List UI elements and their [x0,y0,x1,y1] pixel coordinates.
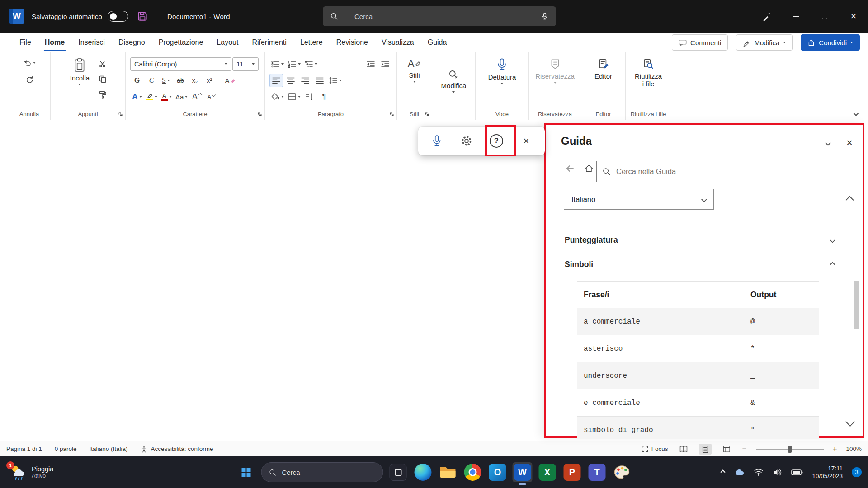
align-center-button[interactable] [284,74,297,87]
superscript-button[interactable]: x² [203,74,216,87]
comments-button[interactable]: Commenti [672,34,728,51]
app-teams[interactable]: T [587,462,607,482]
highlight-color-button[interactable] [145,90,159,103]
text-effects-button[interactable]: A [130,90,144,103]
word-count[interactable]: 0 parole [55,446,77,452]
app-outlook[interactable]: O [488,462,508,482]
zoom-out-button[interactable]: − [742,445,747,454]
tab-file[interactable]: File [13,33,38,52]
shrink-font-button[interactable]: A [204,90,218,103]
shading-button[interactable] [269,90,285,103]
battery-icon[interactable] [791,468,803,477]
tab-home[interactable]: Home [38,33,71,52]
tab-disegno[interactable]: Disegno [112,33,152,52]
italic-button[interactable]: C [145,74,158,87]
zoom-level[interactable]: 100% [846,446,862,452]
dictation-toolbar-mic-button[interactable] [425,130,449,152]
subscript-button[interactable]: x₂ [188,74,202,87]
copy-button[interactable] [96,72,109,86]
styles-button[interactable]: A Stili [404,56,425,84]
sort-button[interactable] [303,90,316,103]
borders-button[interactable] [286,90,302,103]
justify-button[interactable] [313,74,326,87]
pilcrow-button[interactable]: ¶ [317,90,331,103]
align-left-button[interactable] [269,74,283,87]
decrease-indent-button[interactable] [364,57,377,71]
reuse-files-button[interactable]: Riutilizzai file [631,56,665,89]
save-icon[interactable] [137,10,148,22]
dictation-close-button[interactable]: × [514,130,538,152]
weather-widget[interactable]: 1 Pioggia Attivo [5,456,57,488]
page-indicator[interactable]: Pagina 1 di 1 [6,446,42,452]
tab-guida[interactable]: Guida [421,33,454,52]
zoom-in-button[interactable]: + [833,445,837,454]
titlebar-search[interactable]: Cerca [323,6,556,26]
font-size-combo[interactable]: 11 [232,57,259,71]
share-button[interactable]: Condividi [801,34,860,51]
word-app-icon[interactable]: W [9,9,24,24]
increase-indent-button[interactable] [378,57,392,71]
app-paint[interactable] [612,462,632,482]
tab-visualizza[interactable]: Visualizza [375,33,421,52]
app-powerpoint[interactable]: P [562,462,582,482]
back-icon[interactable] [565,164,576,174]
pen-sparkle-icon[interactable] [752,0,781,33]
dictation-settings-button[interactable] [454,130,479,152]
styles-dialog-launcher[interactable] [425,112,429,117]
read-mode-button[interactable] [677,444,690,455]
panel-options-chevron-icon[interactable] [825,140,831,146]
notification-count-badge[interactable]: 3 [852,467,862,477]
app-edge[interactable] [413,462,433,482]
editing-mode-button[interactable]: Modifica [736,34,793,51]
accessibility-status[interactable]: Accessibilità: conforme [140,445,213,453]
clear-formatting-button[interactable]: A [223,74,237,87]
wifi-icon[interactable] [754,468,764,477]
tab-revisione[interactable]: Revisione [330,33,375,52]
font-dialog-launcher[interactable] [257,112,262,117]
paste-button[interactable]: Incolla [66,56,93,87]
format-painter-button[interactable] [96,88,109,101]
clock[interactable]: 17:11 10/05/2023 [812,465,843,480]
close-window-button[interactable]: × [839,0,868,33]
zoom-slider[interactable] [756,449,824,450]
tab-inserisci[interactable]: Inserisci [71,33,112,52]
app-file-explorer[interactable] [438,462,458,482]
tray-expand-icon[interactable] [721,469,726,474]
volume-icon[interactable] [773,468,782,477]
dictation-button[interactable]: Dettatura [485,56,520,86]
panel-scrollbar[interactable] [854,281,859,329]
bullet-list-button[interactable] [269,57,285,71]
minimize-button[interactable] [781,0,810,33]
web-layout-button[interactable] [721,444,733,455]
scroll-up-icon[interactable] [845,196,854,204]
tab-layout[interactable]: Layout [210,33,245,52]
underline-button[interactable]: S [159,74,173,87]
maximize-button[interactable] [810,0,839,33]
section-simboli[interactable]: Simboli [565,252,835,277]
taskbar-search[interactable]: Cerca [261,462,383,482]
autosave-toggle[interactable] [108,11,128,22]
focus-mode-button[interactable]: Focus [641,445,668,453]
ribbon-editing-button[interactable]: Modifica [438,67,470,95]
paragraph-dialog-launcher[interactable] [389,112,394,117]
onedrive-cloud-icon[interactable] [734,468,745,476]
align-right-button[interactable] [298,74,312,87]
scroll-down-icon[interactable] [845,417,855,427]
cut-button[interactable] [96,57,109,70]
app-chrome[interactable] [463,462,483,482]
line-spacing-button[interactable] [327,74,343,87]
editor-button[interactable]: Editor [591,56,616,82]
numbered-list-button[interactable] [286,57,302,71]
print-layout-button[interactable] [699,444,712,455]
tab-riferimenti[interactable]: Riferimenti [245,33,293,52]
language-indicator[interactable]: Italiano (Italia) [90,446,128,452]
app-word[interactable]: W [513,462,533,482]
tab-progettazione[interactable]: Progettazione [152,33,210,52]
section-punteggiatura[interactable]: Punteggiatura [565,228,835,252]
voice-search-mic-icon[interactable] [541,12,549,20]
strikethrough-button[interactable]: ab [174,74,187,87]
app-excel[interactable]: X [538,462,557,482]
change-case-button[interactable]: Aa [174,90,189,103]
tab-lettere[interactable]: Lettere [293,33,330,52]
language-dropdown[interactable]: Italiano [564,189,714,210]
